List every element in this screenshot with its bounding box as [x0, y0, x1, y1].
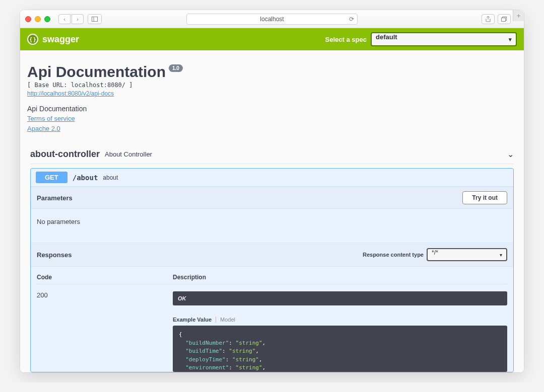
sidebar-toggle-button[interactable]	[88, 14, 102, 24]
brand-text: swagger	[42, 34, 79, 45]
chevron-down-icon: ⌄	[507, 149, 514, 159]
responses-table: Code Description 200 OK Example ValueMod…	[31, 267, 513, 372]
response-row: 200 OK Example ValueModel { "buildNumber…	[37, 284, 507, 372]
responses-heading: Responses	[37, 251, 72, 259]
new-tab-button[interactable]: +	[513, 10, 524, 21]
browser-titlebar: ‹ › localhost ⟳ +	[20, 10, 524, 28]
window-minimize-button[interactable]	[35, 16, 41, 22]
spec-select-value: default	[376, 33, 397, 41]
chevron-down-icon: ▾	[509, 36, 512, 43]
share-button[interactable]	[482, 14, 495, 24]
address-bar[interactable]: localhost ⟳	[186, 14, 358, 25]
example-json[interactable]: { "buildNumber": "string", "buildTime": …	[173, 326, 507, 372]
operation-header[interactable]: GET /about about	[31, 169, 513, 187]
operation-block: GET /about about Parameters Try it out N…	[30, 168, 514, 372]
forward-button[interactable]: ›	[72, 14, 84, 24]
tabs-button[interactable]	[498, 14, 511, 24]
tag-header[interactable]: about-controller About Controller ⌄	[30, 145, 514, 164]
content-type-select[interactable]: */* ▾	[427, 248, 507, 261]
parameters-section-header: Parameters Try it out	[31, 187, 513, 209]
url-host: localhost	[260, 16, 284, 23]
api-description: Api Documentation	[27, 105, 517, 113]
license-link[interactable]: Apache 2.0	[27, 125, 60, 132]
tag-description: About Controller	[105, 150, 152, 158]
spec-url-link[interactable]: http://localhost:8080/v2/api-docs	[27, 90, 114, 97]
tab-example-value[interactable]: Example Value	[173, 317, 216, 323]
tag-name: about-controller	[30, 149, 100, 160]
svg-rect-3	[502, 18, 506, 21]
window-zoom-button[interactable]	[44, 16, 50, 22]
back-button[interactable]: ‹	[58, 14, 71, 24]
responses-section-header: Responses Response content type */* ▾	[31, 243, 513, 267]
swagger-topbar: { } swagger Select a spec default ▾	[20, 28, 524, 50]
swagger-logo-icon: { }	[27, 34, 38, 45]
response-code: 200	[37, 291, 173, 372]
parameters-heading: Parameters	[37, 194, 73, 202]
no-parameters-text: No parameters	[31, 209, 513, 243]
content-type-value: */*	[432, 249, 438, 256]
spec-select[interactable]: default ▾	[371, 32, 517, 46]
reload-icon[interactable]: ⟳	[349, 16, 354, 23]
version-badge: 1.0	[169, 64, 183, 72]
try-it-out-button[interactable]: Try it out	[462, 191, 507, 204]
content-type-label: Response content type	[363, 252, 424, 258]
terms-of-service-link[interactable]: Terms of service	[27, 115, 75, 122]
tab-model[interactable]: Model	[216, 317, 235, 323]
swagger-brand[interactable]: { } swagger	[27, 34, 79, 45]
response-description: OK	[173, 291, 507, 305]
base-url-text: [ Base URL: localhost:8080/ ]	[27, 82, 517, 89]
column-description: Description	[173, 274, 507, 281]
operation-summary: about	[103, 174, 118, 181]
main-content: Api Documentation 1.0 [ Base URL: localh…	[20, 50, 524, 372]
title-text: Api Documentation	[27, 63, 166, 81]
page-title: Api Documentation 1.0	[27, 63, 517, 81]
column-code: Code	[37, 274, 173, 281]
operation-path: /about	[73, 174, 98, 182]
http-method-badge: GET	[36, 172, 67, 183]
spec-select-label: Select a spec	[325, 36, 367, 43]
chevron-down-icon: ▾	[500, 252, 502, 258]
svg-rect-0	[92, 17, 98, 21]
window-close-button[interactable]	[25, 16, 31, 22]
